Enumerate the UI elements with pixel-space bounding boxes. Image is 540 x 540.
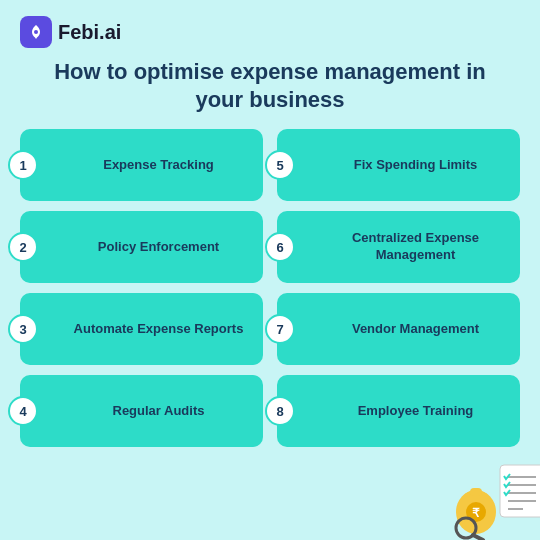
card-label-3: Automate Expense Reports <box>64 321 253 338</box>
card-2: 2Policy Enforcement <box>20 211 263 283</box>
card-3: 3Automate Expense Reports <box>20 293 263 365</box>
card-number-6: 6 <box>265 232 295 262</box>
card-label-2: Policy Enforcement <box>64 239 253 256</box>
card-1: 1Expense Tracking <box>20 129 263 201</box>
svg-rect-8 <box>470 488 482 496</box>
card-number-1: 1 <box>8 150 38 180</box>
card-6: 6Centralized Expense Management <box>277 211 520 283</box>
svg-text:₹: ₹ <box>472 506 480 520</box>
card-label-8: Employee Training <box>321 403 510 420</box>
card-7: 7Vendor Management <box>277 293 520 365</box>
card-label-6: Centralized Expense Management <box>321 230 510 264</box>
page-title: How to optimise expense management in yo… <box>40 58 500 113</box>
logo-text: Febi.ai <box>58 21 121 44</box>
card-5: 5Fix Spending Limits <box>277 129 520 201</box>
card-number-3: 3 <box>8 314 38 344</box>
card-4: 4Regular Audits <box>20 375 263 447</box>
illustration: ₹ <box>448 460 540 540</box>
card-8: 8Employee Training <box>277 375 520 447</box>
cards-grid: 1Expense Tracking5Fix Spending Limits2Po… <box>20 129 520 447</box>
svg-line-12 <box>473 535 483 540</box>
card-number-8: 8 <box>265 396 295 426</box>
card-label-4: Regular Audits <box>64 403 253 420</box>
card-number-7: 7 <box>265 314 295 344</box>
card-label-1: Expense Tracking <box>64 157 253 174</box>
main-container: Febi.ai How to optimise expense manageme… <box>0 0 540 540</box>
card-label-7: Vendor Management <box>321 321 510 338</box>
svg-point-0 <box>34 30 38 34</box>
card-label-5: Fix Spending Limits <box>321 157 510 174</box>
logo-icon <box>20 16 52 48</box>
card-number-5: 5 <box>265 150 295 180</box>
header: Febi.ai <box>20 16 121 48</box>
card-number-2: 2 <box>8 232 38 262</box>
card-number-4: 4 <box>8 396 38 426</box>
